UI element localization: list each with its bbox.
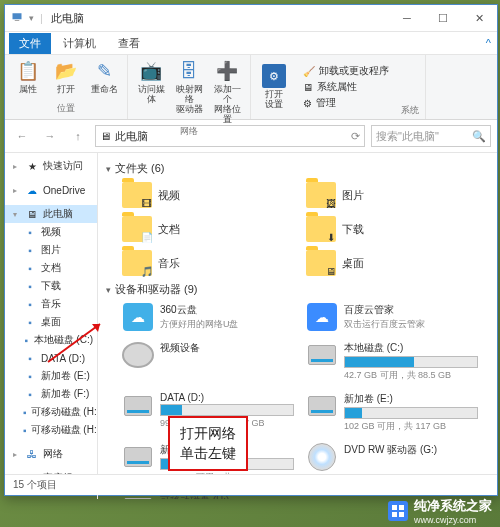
sidebar-item[interactable]: ▪音乐 [5,295,97,313]
folder-icon: 🖼 [306,182,336,208]
section-folders-header[interactable]: ▾文件夹 (6) [106,157,489,180]
manage-icon: ⚙ [303,98,312,109]
search-input[interactable]: 搜索"此电脑" 🔍 [371,125,491,147]
open-icon: 📂 [54,59,78,83]
ribbon-group-system: ⚙ 打开 设置 🧹卸载或更改程序 🖥系统属性 ⚙管理 系统 [251,55,426,119]
window-title: 此电脑 [51,11,84,26]
sysprops-icon: 🖥 [303,82,313,93]
drive-icon [306,443,338,471]
refresh-icon[interactable]: ⟳ [351,130,360,143]
sidebar-this-pc[interactable]: ▾🖥此电脑 [5,205,97,223]
tab-computer[interactable]: 计算机 [53,33,106,54]
item-icon: ▪ [23,405,27,419]
titlebar: ▾ | 此电脑 ─ ☐ ✕ [5,5,497,32]
sidebar-item[interactable]: ▪DATA (D:) [5,349,97,367]
drive-item[interactable]: ☁360云盘方便好用的网络U盘 [120,301,294,333]
status-text: 15 个项目 [13,478,57,492]
drive-item[interactable]: 本地磁盘 (C:)42.7 GB 可用，共 88.5 GB [304,339,478,384]
body: ▸★快速访问 ▸☁OneDrive ▾🖥此电脑 ▪视频▪图片▪文档▪下载▪音乐▪… [5,153,497,499]
sidebar-item[interactable]: ▪可移动磁盘 (H:) [5,421,97,439]
link-manage[interactable]: ⚙管理 [303,96,389,110]
sidebar-item[interactable]: ▪文档 [5,259,97,277]
drive-item[interactable]: 视频设备 [120,339,294,384]
link-uninstall[interactable]: 🧹卸载或更改程序 [303,64,389,78]
ribbon-toggle-icon[interactable]: ^ [486,37,497,49]
mapdrive-icon: 🗄 [177,59,201,83]
svg-rect-5 [399,505,404,510]
folder-icon: 🎵 [122,250,152,276]
ribbon-system-links: 🧹卸载或更改程序 🖥系统属性 ⚙管理 [297,60,395,114]
watermark-logo-icon [388,501,408,521]
nav-up-button[interactable]: ↑ [67,125,89,147]
item-icon: ▪ [23,369,37,383]
ribbon-open-button[interactable]: 📂打开 [49,59,83,95]
folder-item[interactable]: ⬇下载 [304,214,478,244]
svg-rect-1 [15,20,20,21]
folder-item[interactable]: 🖥桌面 [304,248,478,278]
sidebar-item[interactable]: ▪图片 [5,241,97,259]
qat-sep: | [40,12,43,24]
uninstall-icon: 🧹 [303,66,315,77]
breadcrumb[interactable]: 此电脑 [115,129,148,144]
sidebar-item[interactable]: ▪桌面 [5,313,97,331]
ribbon-settings-button[interactable]: ⚙ 打开 设置 [257,64,291,110]
folder-icon: 📄 [122,216,152,242]
folder-item[interactable]: 📄文档 [120,214,294,244]
sidebar-quick-access[interactable]: ▸★快速访问 [5,157,97,175]
capacity-bar [344,356,478,368]
ribbon-mapdrive-button[interactable]: 🗄映射网络 驱动器 [172,59,206,115]
folder-item[interactable]: 🎵音乐 [120,248,294,278]
close-button[interactable]: ✕ [461,5,497,31]
nav-forward-button[interactable]: → [39,125,61,147]
svg-rect-0 [13,13,22,19]
rename-icon: ✎ [92,59,116,83]
drive-icon: ☁ [122,303,154,331]
ribbon-group-network: 📺访问媒体🗄映射网络 驱动器➕添加一个 网络位置 网络 [128,55,251,119]
item-icon: ▪ [23,279,37,293]
qat-down-icon[interactable]: ▾ [29,13,34,23]
folder-item[interactable]: 🎞视频 [120,180,294,210]
ribbon-rename-button[interactable]: ✎重命名 [87,59,121,95]
drive-icon [122,341,154,369]
item-icon: ▪ [23,423,27,437]
star-icon: ★ [25,159,39,173]
ribbon-addnet-button[interactable]: ➕添加一个 网络位置 [210,59,244,125]
gear-icon: ⚙ [269,70,279,83]
nav-back-button[interactable]: ← [11,125,33,147]
address-bar[interactable]: 🖥 此电脑 ⟳ [95,125,365,147]
minimize-button[interactable]: ─ [389,5,425,31]
pc-icon [11,11,23,25]
cloud-icon: ☁ [25,183,39,197]
sidebar-item[interactable]: ▪视频 [5,223,97,241]
sidebar-item[interactable]: ▪新加卷 (F:) [5,385,97,403]
pc-icon: 🖥 [100,130,111,142]
folder-icon: ⬇ [306,216,336,242]
ribbon-properties-button[interactable]: 📋属性 [11,59,45,95]
content-pane[interactable]: ▾文件夹 (6) 🎞视频🖼图片📄文档⬇下载🎵音乐🖥桌面 ▾设备和驱动器 (9) … [98,153,497,499]
maximize-button[interactable]: ☐ [425,5,461,31]
ribbon-media-button[interactable]: 📺访问媒体 [134,59,168,105]
statusbar: 15 个项目 [5,474,497,495]
sidebar-item[interactable]: ▪新加卷 (E:) [5,367,97,385]
sidebar-item[interactable]: ▪下载 [5,277,97,295]
folder-item[interactable]: 🖼图片 [304,180,478,210]
tab-view[interactable]: 查看 [108,33,150,54]
tab-file[interactable]: 文件 [9,33,51,54]
folder-icon: 🎞 [122,182,152,208]
item-icon: ▪ [23,351,37,365]
sidebar-item[interactable]: ▪本地磁盘 (C:) [5,331,97,349]
sidebar-item[interactable]: ▪可移动磁盘 (H:) [5,403,97,421]
link-sysprops[interactable]: 🖥系统属性 [303,80,389,94]
annotation-callout: 打开网络 单击左键 [168,416,248,471]
drive-item[interactable]: ☁百度云管家双击运行百度云管家 [304,301,478,333]
section-drives-header[interactable]: ▾设备和驱动器 (9) [106,278,489,301]
drive-item[interactable]: 新加卷 (E:)102 GB 可用，共 117 GB [304,390,478,435]
menubar: 文件 计算机 查看 ^ [5,32,497,55]
folder-icon: 🖥 [306,250,336,276]
item-icon: ▪ [23,315,37,329]
sidebar-network[interactable]: ▸🖧网络 [5,445,97,463]
item-icon: ▪ [23,333,30,347]
sidebar: ▸★快速访问 ▸☁OneDrive ▾🖥此电脑 ▪视频▪图片▪文档▪下载▪音乐▪… [5,153,98,499]
svg-rect-6 [392,512,397,517]
sidebar-onedrive[interactable]: ▸☁OneDrive [5,181,97,199]
